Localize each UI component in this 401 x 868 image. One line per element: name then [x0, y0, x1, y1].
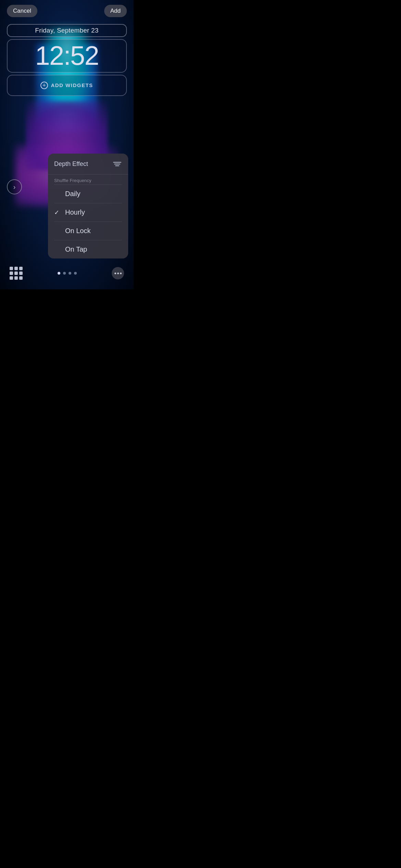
page-dot-2[interactable]	[63, 272, 66, 275]
grid-dot	[19, 272, 23, 275]
check-hourly: ✓	[54, 209, 61, 216]
grid-icon[interactable]	[10, 267, 23, 280]
page-dot-1[interactable]	[58, 272, 60, 275]
top-bar: Cancel Add	[0, 0, 134, 21]
menu-item-hourly[interactable]: ✓ Hourly	[48, 203, 128, 221]
grid-dot	[19, 267, 23, 270]
menu-item-on-lock[interactable]: On Lock	[48, 222, 128, 240]
menu-item-on-tap[interactable]: On Tap	[48, 240, 128, 258]
plus-icon: +	[40, 82, 48, 89]
depth-effect-label: Depth Effect	[54, 160, 88, 168]
more-dot-1	[114, 273, 116, 274]
date-display[interactable]: Friday, September 23	[7, 24, 127, 37]
layer-line-1	[113, 162, 121, 163]
menu-item-daily[interactable]: Daily	[48, 185, 128, 203]
page-dot-4[interactable]	[74, 272, 77, 275]
depth-effect-row[interactable]: Depth Effect	[48, 154, 128, 174]
grid-dot	[14, 267, 18, 270]
grid-dot	[19, 276, 23, 280]
cancel-button[interactable]: Cancel	[7, 5, 37, 17]
more-options-button[interactable]	[112, 267, 124, 279]
shuffle-frequency-header: Shuffle Frequency	[48, 174, 128, 184]
on-lock-label: On Lock	[65, 227, 122, 235]
layers-icon	[112, 159, 122, 169]
hourly-label: Hourly	[65, 208, 122, 216]
grid-dot	[10, 272, 13, 275]
context-menu: Depth Effect Shuffle Frequency Daily ✓ H…	[48, 154, 128, 258]
add-widgets-label: ADD WIDGETS	[51, 82, 93, 88]
page-dots	[58, 272, 77, 275]
more-dot-3	[120, 273, 122, 274]
layer-line-3	[115, 165, 119, 166]
add-widgets-button[interactable]: + ADD WIDGETS	[7, 75, 127, 96]
more-dot-2	[117, 273, 119, 274]
lock-screen-widgets: Friday, September 23 12:52 + ADD WIDGETS	[0, 21, 134, 96]
grid-dot	[10, 267, 13, 270]
page-dot-3[interactable]	[69, 272, 71, 275]
daily-label: Daily	[65, 190, 122, 198]
add-button[interactable]: Add	[104, 5, 127, 17]
on-tap-label: On Tap	[65, 245, 122, 253]
nav-arrow-button[interactable]: ›	[7, 179, 22, 194]
grid-dot	[10, 276, 13, 280]
grid-dot	[14, 276, 18, 280]
bottom-bar	[0, 263, 134, 289]
chevron-right-icon: ›	[13, 183, 16, 191]
layer-line-2	[114, 164, 120, 165]
grid-dot	[14, 272, 18, 275]
time-display[interactable]: 12:52	[7, 39, 127, 73]
